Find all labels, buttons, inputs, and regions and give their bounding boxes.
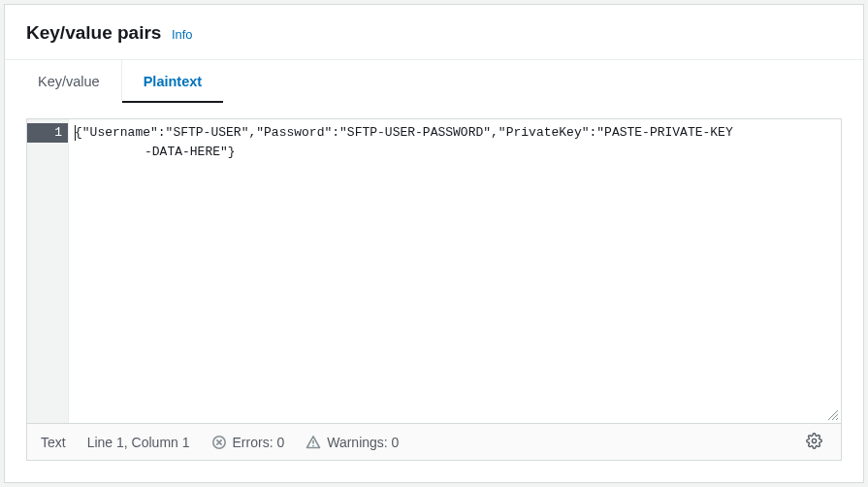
status-warnings-label: Warnings: 0 bbox=[327, 435, 399, 450]
status-position: Line 1, Column 1 bbox=[87, 435, 190, 450]
status-errors-label: Errors: 0 bbox=[233, 435, 285, 450]
svg-line-0 bbox=[828, 410, 838, 420]
status-mode: Text bbox=[41, 435, 66, 450]
key-value-panel: Key/value pairs Info Key/value Plaintext… bbox=[4, 4, 864, 483]
panel-header: Key/value pairs Info bbox=[5, 5, 863, 60]
status-warnings: Warnings: 0 bbox=[305, 435, 399, 450]
code-editor: 1 {"Username":"SFTP-USER","Password":"SF… bbox=[26, 118, 842, 461]
resize-handle-icon bbox=[825, 407, 839, 421]
panel-title: Key/value pairs bbox=[26, 22, 161, 43]
code-textarea[interactable]: {"Username":"SFTP-USER","Password":"SFTP… bbox=[68, 119, 841, 423]
editor-statusbar: Text Line 1, Column 1 Errors: 0 bbox=[27, 423, 841, 460]
settings-button[interactable] bbox=[800, 429, 827, 456]
code-line-1: {"Username":"SFTP-USER","Password":"SFTP… bbox=[75, 125, 733, 140]
svg-point-9 bbox=[812, 438, 816, 442]
code-line-2: -DATA-HERE"} bbox=[75, 143, 835, 162]
svg-point-8 bbox=[312, 444, 314, 446]
tabs: Key/value Plaintext bbox=[5, 60, 863, 103]
editor-body[interactable]: 1 {"Username":"SFTP-USER","Password":"SF… bbox=[27, 119, 841, 423]
gear-icon bbox=[806, 433, 822, 452]
status-errors: Errors: 0 bbox=[211, 435, 285, 450]
editor-wrapper: 1 {"Username":"SFTP-USER","Password":"SF… bbox=[5, 103, 863, 482]
warning-icon bbox=[305, 435, 321, 450]
info-link[interactable]: Info bbox=[172, 27, 193, 42]
tab-plaintext[interactable]: Plaintext bbox=[122, 60, 223, 103]
error-icon bbox=[211, 435, 227, 450]
tab-keyvalue[interactable]: Key/value bbox=[16, 60, 122, 103]
line-number: 1 bbox=[27, 123, 68, 143]
svg-line-2 bbox=[836, 418, 838, 420]
svg-line-1 bbox=[832, 414, 838, 420]
editor-gutter: 1 bbox=[27, 119, 68, 423]
